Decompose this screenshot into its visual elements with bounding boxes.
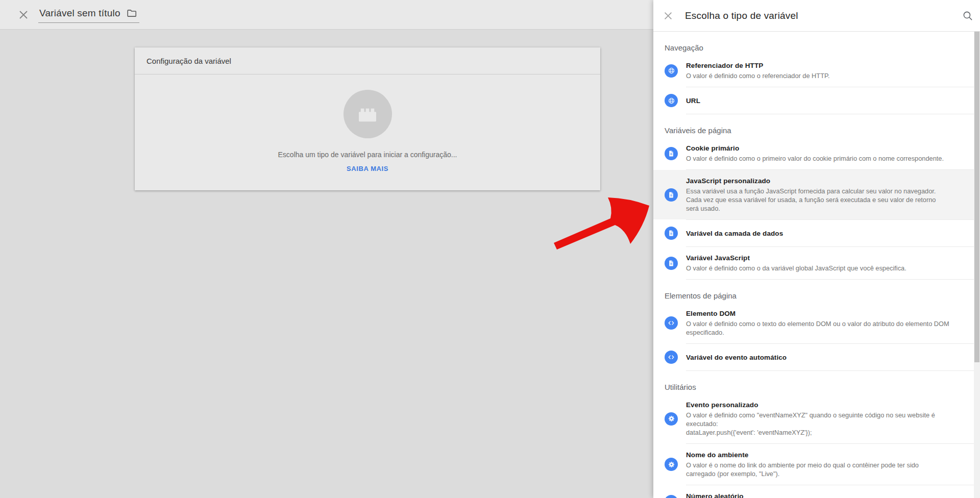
variable-type-item-referenciador-http[interactable]: Referenciador de HTTP O valor é definido… <box>653 55 980 87</box>
document-icon <box>665 188 678 202</box>
variable-type-panel: Escolha o tipo de variável Navegação Ref… <box>653 0 980 498</box>
gear-icon <box>665 495 678 498</box>
item-title: Variável da camada de dados <box>686 229 783 238</box>
variable-type-item-camada-de-dados[interactable]: Variável da camada de dados <box>653 220 980 246</box>
variable-type-item-evento-automatico[interactable]: Variável do evento automático <box>653 344 980 370</box>
section-label-variaveis-de-pagina: Variáveis de página <box>665 126 980 135</box>
item-title: Variável JavaScript <box>686 254 906 262</box>
item-desc: O valor é definido como o da variável gl… <box>686 264 906 272</box>
item-title: URL <box>686 96 700 105</box>
code-icon <box>665 316 678 330</box>
globe-icon <box>665 94 678 107</box>
variable-type-item-elemento-dom[interactable]: Elemento DOM O valor é definido como o t… <box>653 303 980 343</box>
item-title: Nome do ambiente <box>686 451 949 459</box>
item-title: Variável do evento automático <box>686 353 787 362</box>
variable-type-item-nome-do-ambiente[interactable]: Nome do ambiente O valor é o nome do lin… <box>653 444 980 485</box>
gear-icon <box>665 412 678 426</box>
code-icon <box>665 351 678 364</box>
item-title: Cookie primário <box>686 144 944 153</box>
item-desc: Essa variável usa a função JavaScript fo… <box>686 187 949 213</box>
item-title: Número aleatório <box>686 492 884 498</box>
item-desc: O valor é definido como o referenciador … <box>686 71 829 80</box>
search-icon[interactable] <box>962 10 973 21</box>
variable-type-item-url[interactable]: URL <box>653 87 980 114</box>
variable-type-item-cookie-primario[interactable]: Cookie primário O valor é definido como … <box>653 137 980 169</box>
gear-icon <box>665 458 678 471</box>
section-label-utilitarios: Utilitários <box>665 383 980 391</box>
panel-close-icon[interactable] <box>663 10 674 21</box>
item-title: JavaScript personalizado <box>686 177 949 185</box>
item-title: Referenciador de HTTP <box>686 61 829 70</box>
variable-type-item-numero-aleatorio[interactable]: Número aleatório O valor é definido como… <box>653 485 980 498</box>
item-title: Evento personalizado <box>686 401 949 409</box>
document-icon <box>665 257 678 270</box>
modal-dim-overlay <box>0 0 653 498</box>
section-label-elementos-de-pagina: Elementos de página <box>665 291 980 300</box>
panel-header: Escolha o tipo de variável <box>653 0 980 32</box>
divider <box>686 114 980 114</box>
variable-type-item-variavel-javascript[interactable]: Variável JavaScript O valor é definido c… <box>653 247 980 279</box>
variable-type-item-evento-personalizado[interactable]: Evento personalizado O valor é definido … <box>653 394 980 443</box>
panel-body: Navegação Referenciador de HTTP O valor … <box>653 32 980 498</box>
document-icon <box>665 227 678 240</box>
divider <box>686 370 980 371</box>
panel-title: Escolha o tipo de variável <box>685 10 798 21</box>
item-desc: O valor é definido como o texto do eleme… <box>686 319 949 337</box>
panel-scrollbar-thumb[interactable] <box>974 32 979 362</box>
panel-scrollbar-track[interactable] <box>974 32 980 498</box>
divider <box>686 279 980 280</box>
item-desc: O valor é definido como o primeiro valor… <box>686 154 944 163</box>
item-desc: O valor é definido como "eventNameXYZ" q… <box>686 411 949 437</box>
document-icon <box>665 147 678 160</box>
variable-type-item-javascript-personalizado[interactable]: JavaScript personalizado Essa variável u… <box>653 170 980 219</box>
section-label-navegacao: Navegação <box>665 43 980 52</box>
item-title: Elemento DOM <box>686 309 949 318</box>
item-desc: O valor é o nome do link do ambiente por… <box>686 461 949 478</box>
globe-icon <box>665 64 678 78</box>
